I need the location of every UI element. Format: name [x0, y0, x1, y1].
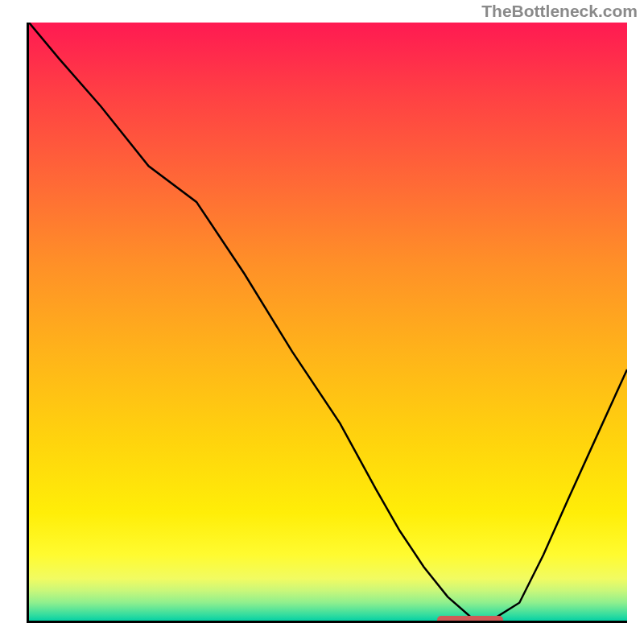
bottleneck-curve [29, 23, 627, 621]
attribution-text: TheBottleneck.com [481, 2, 638, 21]
chart-plot-area [27, 23, 627, 623]
minimum-marker [437, 616, 503, 623]
